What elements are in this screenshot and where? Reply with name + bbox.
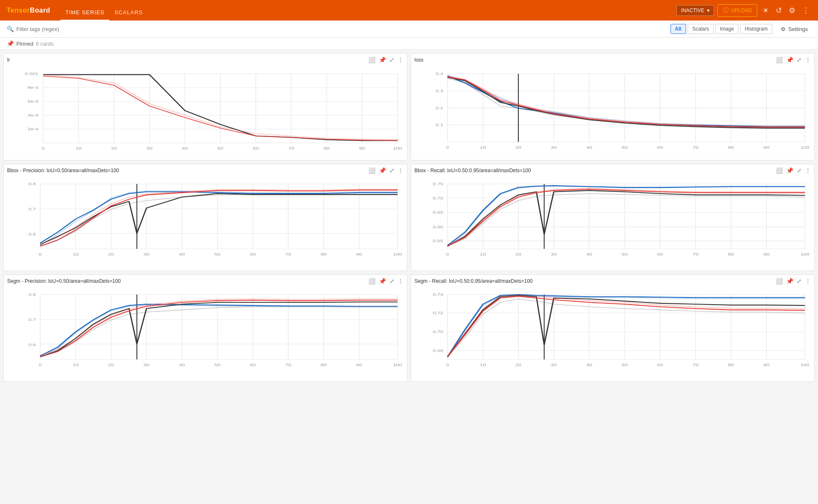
chart-segm-recall-area: 0.74 0.72 0.70 0.68 0 10 20 30 40 50 60 … [414,286,811,378]
settings-label: Settings [788,26,808,32]
chart-bbox-prec-more-btn[interactable]: ⋮ [397,167,404,174]
chart-bbox-recall-actions: ⬜ 📌 ⤢ ⋮ [775,167,812,174]
chart-bbox-recall-expand-btn[interactable]: ⤢ [796,167,802,174]
filter-all[interactable]: All [670,24,686,34]
chart-loss-expand-btn[interactable]: ⤢ [796,56,802,64]
more-header-button[interactable]: ⋮ [800,4,811,17]
svg-text:80: 80 [321,362,326,367]
svg-text:90: 90 [356,362,362,367]
svg-text:50: 50 [214,362,220,367]
pinned-count: 6 cards [36,41,54,47]
svg-text:70: 70 [285,362,291,367]
chart-bbox-prec-expand-btn[interactable]: ⤢ [388,167,395,174]
svg-text:30: 30 [551,145,557,150]
filter-histogram[interactable]: Histogram [740,24,772,34]
svg-text:0: 0 [446,252,449,256]
chart-lr-image-btn[interactable]: ⬜ [368,56,376,64]
chart-segm-prec-expand-btn[interactable]: ⤢ [388,277,395,285]
chart-segm-prec-more-btn[interactable]: ⋮ [397,277,404,285]
chart-bbox-recall-image-btn[interactable]: ⬜ [775,167,784,174]
svg-text:2e-4: 2e-4 [28,127,39,131]
header-right: INACTIVE ▾ ⓘ UPLOAD ☀ ↺ ⚙ ⋮ [676,4,811,17]
chart-bbox-recall-more-btn[interactable]: ⋮ [804,167,812,174]
filter-group: All Scalars Image Histogram [670,24,772,34]
svg-text:100: 100 [393,146,402,150]
nav-scalars[interactable]: SCALARS [109,9,148,21]
search-input[interactable] [16,26,100,32]
svg-text:0.001: 0.001 [25,72,38,76]
svg-text:20: 20 [111,146,117,150]
svg-text:0: 0 [446,362,449,367]
svg-text:70: 70 [285,252,291,256]
svg-text:0.4: 0.4 [436,72,444,76]
chart-segm-recall-pin-btn[interactable]: 📌 [785,277,794,285]
theme-toggle-button[interactable]: ☀ [761,4,771,17]
svg-text:0.55: 0.55 [433,239,443,243]
chart-lr-pin-btn[interactable]: 📌 [378,56,387,64]
svg-text:60: 60 [253,146,259,150]
chart-bbox-precision-title: Bbox - Precision: IoU=0.50/area=all/maxD… [7,168,404,173]
svg-text:0.8: 0.8 [28,182,36,186]
chart-bbox-prec-image-btn[interactable]: ⬜ [368,167,376,174]
search-wrapper: 🔍 [7,26,100,32]
chart-loss-pin-btn[interactable]: 📌 [785,56,794,64]
chart-segm-recall: Segm - Recall: IoU=0.50:0.95/area=all/ma… [411,274,815,382]
svg-text:0.70: 0.70 [433,330,443,334]
upload-icon: ⓘ [723,7,729,14]
chart-segm-prec-image-btn[interactable]: ⬜ [368,277,376,285]
chart-segm-recall-image-btn[interactable]: ⬜ [775,277,784,285]
logo-tensor: Tensor [7,7,30,14]
svg-text:0.1: 0.1 [436,123,443,127]
svg-text:0.6: 0.6 [28,232,36,236]
chart-lr-more-btn[interactable]: ⋮ [397,56,404,64]
svg-text:70: 70 [693,252,699,256]
chart-segm-prec-pin-btn[interactable]: 📌 [378,277,387,285]
search-left: 🔍 [7,26,100,32]
search-bar: 🔍 All Scalars Image Histogram ⚙ Settings [0,21,818,38]
inactive-dropdown[interactable]: INACTIVE ▾ [676,5,714,16]
main-nav: TIME SERIES SCALARS [60,0,148,21]
chart-loss-title: loss [414,57,811,63]
inactive-label: INACTIVE [681,8,704,13]
upload-button[interactable]: ⓘ UPLOAD [717,4,757,17]
logo: TensorBoard [7,7,50,14]
svg-text:70: 70 [693,362,699,367]
nav-time-series[interactable]: TIME SERIES [60,9,109,21]
svg-text:80: 80 [324,146,329,150]
header: TensorBoard TIME SERIES SCALARS INACTIVE… [0,0,818,21]
filter-image[interactable]: Image [715,24,738,34]
svg-text:90: 90 [764,252,769,256]
chart-bbox-prec-pin-btn[interactable]: 📌 [378,167,387,174]
svg-text:30: 30 [143,362,149,367]
chart-segm-recall-more-btn[interactable]: ⋮ [804,277,812,285]
svg-text:90: 90 [764,145,769,150]
svg-text:10: 10 [480,252,486,256]
refresh-button[interactable]: ↺ [774,4,784,17]
svg-text:40: 40 [586,145,592,150]
svg-text:100: 100 [800,362,809,367]
chart-lr-actions: ⬜ 📌 ⤢ ⋮ [368,56,404,64]
chart-segm-recall-title: Segm - Recall: IoU=0.50:0.95/area=all/ma… [414,278,811,284]
svg-text:100: 100 [800,252,809,256]
chart-segm-recall-expand-btn[interactable]: ⤢ [796,277,802,285]
chart-lr-expand-btn[interactable]: ⤢ [388,56,395,64]
svg-text:100: 100 [800,145,810,150]
svg-text:80: 80 [728,362,734,367]
settings-button[interactable]: ⚙ Settings [777,24,811,34]
chart-loss-more-btn[interactable]: ⋮ [804,56,812,64]
chart-bbox-recall-pin-btn[interactable]: 📌 [785,167,794,174]
chart-lr-area: 0.001 8e-4 6e-4 4e-4 2e-4 0 10 20 30 40 … [7,65,404,157]
svg-text:0.60: 0.60 [433,225,443,229]
svg-text:60: 60 [250,362,256,367]
chart-loss-image-btn[interactable]: ⬜ [775,56,784,64]
chart-segm-precision-actions: ⬜ 📌 ⤢ ⋮ [368,277,404,285]
svg-text:0.75: 0.75 [433,182,443,186]
svg-text:80: 80 [728,145,734,150]
svg-text:0: 0 [39,362,41,367]
settings-header-button[interactable]: ⚙ [787,4,797,17]
chart-bbox-recall-title: Bbox - Recall: IoU=0.50:0.95/area=all/ma… [414,168,811,173]
filter-scalars[interactable]: Scalars [688,24,714,34]
svg-text:10: 10 [72,362,78,367]
chart-segm-precision-area: 0.8 0.7 0.6 0 10 20 30 40 50 60 70 80 90… [7,286,404,378]
svg-text:20: 20 [515,145,521,150]
